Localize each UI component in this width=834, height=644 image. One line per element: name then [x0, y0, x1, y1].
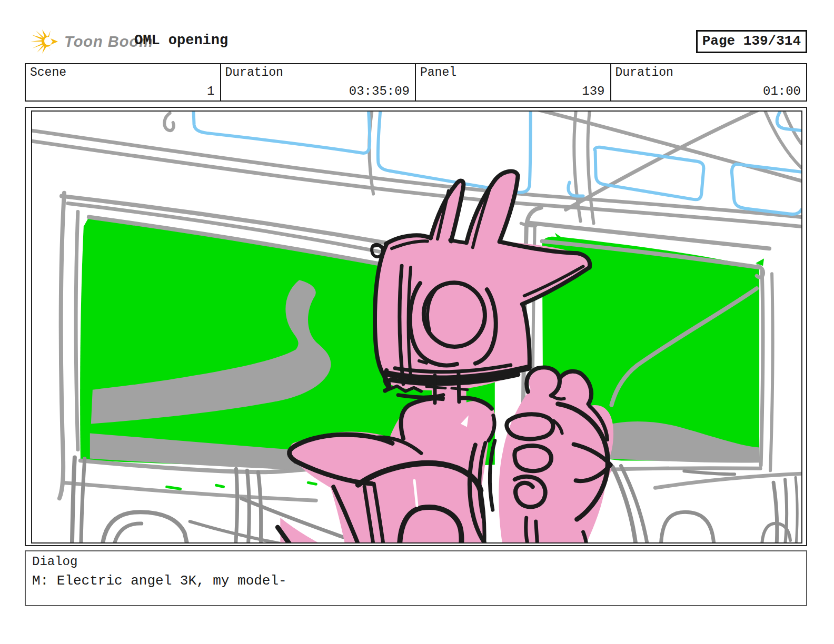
storyboard-panel-frame: [25, 107, 807, 546]
panel-duration-cell: Duration 01:00: [611, 64, 807, 100]
scene-cell: Scene 1: [26, 64, 221, 100]
scene-duration-cell: Duration 03:35:09: [221, 64, 416, 100]
panel-number-cell: Panel 139: [416, 64, 611, 100]
panel-duration-label: Duration: [615, 66, 673, 79]
ceiling-racks: [32, 112, 801, 226]
panel-info-table: Scene 1 Duration 03:35:09 Panel 139 Dura…: [25, 63, 807, 102]
dialog-box: Dialog M: Electric angel 3K, my model-: [25, 550, 807, 606]
panel-number-label: Panel: [420, 66, 456, 79]
page-number-badge: Page 139/314: [696, 30, 807, 53]
dialog-label: Dialog: [26, 551, 806, 569]
scene-value: 1: [207, 84, 214, 98]
dialog-text: M: Electric angel 3K, my model-: [26, 569, 806, 589]
scene-duration-label: Duration: [225, 66, 283, 79]
project-title: OML opening: [134, 33, 228, 48]
panel-duration-value: 01:00: [763, 84, 801, 98]
scene-duration-value: 03:35:09: [349, 84, 410, 98]
toon-boom-logo-icon: [31, 29, 61, 54]
panel-number-value: 139: [582, 84, 604, 98]
green-slivers: [167, 482, 316, 489]
storyboard-panel-inner-frame: [31, 110, 802, 544]
scene-label: Scene: [30, 66, 66, 79]
storyboard-panel-drawing: [32, 112, 801, 542]
